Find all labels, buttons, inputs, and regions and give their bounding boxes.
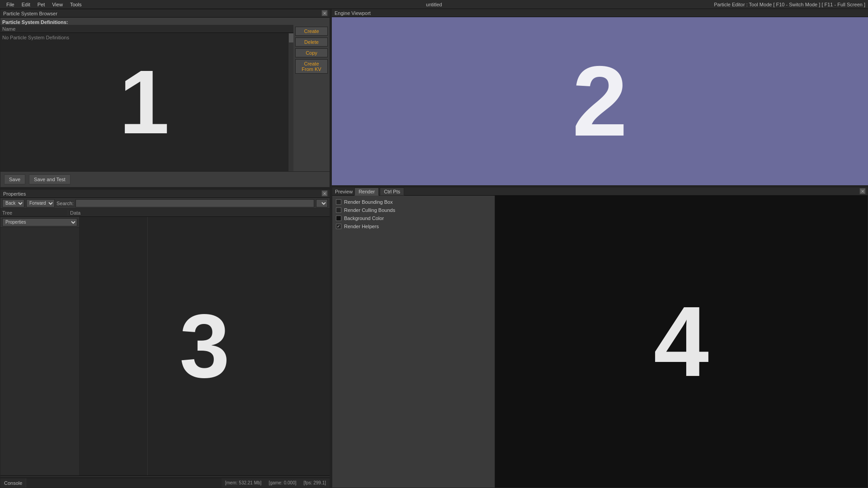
- properties-panel: Properties ✕ Back Forward Search: Tree D…: [0, 189, 330, 488]
- properties-left-dropdown: Properties: [0, 217, 79, 228]
- psb-close-button[interactable]: ✕: [321, 10, 328, 16]
- render-bounding-box-checkbox[interactable]: [336, 199, 341, 205]
- psb-content-area: Name No Particle System Definitions 1: [0, 25, 330, 171]
- engine-viewport-panel: Engine Viewport 2: [332, 9, 868, 185]
- render-bounding-box-label: Render Bounding Box: [344, 199, 393, 205]
- properties-tree-data-area[interactable]: 3: [80, 217, 330, 475]
- psb-scrollbar-thumb[interactable]: [289, 33, 293, 42]
- properties-close-button[interactable]: ✕: [321, 190, 328, 197]
- properties-title-bar: Properties ✕: [0, 190, 330, 198]
- preview-tabs: Render Ctrl Pts: [354, 188, 404, 196]
- properties-title: Properties: [3, 191, 26, 197]
- left-column: Particle System Browser ✕ Particle Syste…: [0, 9, 330, 488]
- app-info: Particle Editor : Tool Mode [ F10 - Swit…: [714, 2, 865, 7]
- render-bg-color-label: Background Color: [344, 216, 384, 221]
- psb-create-button[interactable]: Create: [295, 27, 328, 36]
- psb-footer: Save Save and Test: [0, 171, 330, 187]
- psb-title-bar: Particle System Browser ✕: [0, 9, 330, 18]
- preview-title: Preview: [335, 189, 353, 194]
- properties-col-headers: Tree Data: [0, 209, 330, 217]
- properties-left-sidebar: Properties: [0, 217, 80, 475]
- psb-delete-button[interactable]: Delete: [295, 38, 328, 47]
- psb-scrollbar[interactable]: [288, 33, 293, 171]
- psb-title: Particle System Browser: [3, 11, 57, 16]
- preview-region-number: 4: [654, 292, 709, 391]
- engine-viewport-title: Engine Viewport: [335, 10, 371, 16]
- app-title: untitled: [426, 2, 442, 7]
- psb-empty-text: No Particle System Definitions: [0, 33, 288, 42]
- render-option-bg-color: Background Color: [336, 216, 491, 221]
- console-input[interactable]: [26, 478, 221, 488]
- properties-forward-select[interactable]: Forward: [26, 199, 55, 207]
- console-status-mem: [mem: 532.21 Mb]: [222, 480, 265, 485]
- console-label: Console: [0, 478, 26, 488]
- preview-tab-ctrl-pts[interactable]: Ctrl Pts: [380, 188, 404, 196]
- psb-region-number: 1: [119, 57, 169, 147]
- properties-search-input[interactable]: [75, 199, 314, 207]
- psb-list[interactable]: No Particle System Definitions 1: [0, 33, 288, 171]
- preview-close-button[interactable]: ✕: [859, 188, 866, 194]
- particle-system-browser-panel: Particle System Browser ✕ Particle Syste…: [0, 9, 330, 188]
- render-option-culling-bounds: Render Culling Bounds: [336, 207, 491, 213]
- render-culling-bounds-checkbox[interactable]: [336, 207, 341, 213]
- psb-save-button[interactable]: Save: [4, 174, 25, 184]
- psb-list-area: Name No Particle System Definitions 1: [0, 25, 293, 171]
- render-option-bounding-box: Render Bounding Box: [336, 199, 491, 205]
- menu-file[interactable]: File: [3, 0, 18, 9]
- preview-render-settings: Render Bounding Box Render Culling Bound…: [332, 196, 495, 488]
- menu-edit[interactable]: Edit: [18, 0, 34, 9]
- properties-back-select[interactable]: Back: [2, 199, 24, 207]
- render-culling-bounds-label: Render Culling Bounds: [344, 207, 395, 213]
- properties-type-select[interactable]: Properties: [2, 218, 77, 226]
- engine-viewport-title-bar: Engine Viewport: [332, 9, 868, 17]
- render-helpers-checkbox[interactable]: ✓: [336, 224, 341, 229]
- properties-dropdown-right[interactable]: [316, 199, 328, 207]
- preview-content: Render Bounding Box Render Culling Bound…: [332, 196, 868, 488]
- engine-viewport-number: 2: [572, 52, 627, 151]
- properties-region-number: 3: [179, 301, 230, 391]
- menu-bar: File Edit Pet View Tools untitled Partic…: [0, 0, 868, 9]
- render-helpers-label: Render Helpers: [344, 224, 379, 229]
- psb-create-from-kv-button[interactable]: Create From KV: [295, 59, 328, 74]
- search-label: Search:: [57, 201, 74, 206]
- console-status-fps: [fps: 299.1]: [300, 480, 330, 485]
- properties-content: Properties 3: [0, 217, 330, 475]
- psb-buttons-panel: Create Delete Copy Create From KV: [293, 25, 330, 171]
- console-panel: Console [mem: 532.21 Mb] [game: 0.000] […: [0, 478, 330, 488]
- psb-copy-button[interactable]: Copy: [295, 48, 328, 57]
- tree-col-header: Tree: [0, 210, 68, 216]
- right-column: Engine Viewport 2 Preview Render Ctrl Pt…: [332, 9, 868, 488]
- psb-save-and-test-button[interactable]: Save and Test: [29, 174, 71, 184]
- console-status-game: [game: 0.000]: [265, 480, 300, 485]
- psb-name-col: Name: [2, 26, 15, 32]
- main-layout: Particle System Browser ✕ Particle Syste…: [0, 9, 868, 488]
- menu-tools[interactable]: Tools: [66, 0, 85, 9]
- tree-data-divider: [147, 217, 148, 475]
- properties-toolbar: Back Forward Search:: [0, 198, 330, 209]
- psb-list-header: Name: [0, 25, 293, 33]
- render-option-helpers: ✓ Render Helpers: [336, 224, 491, 229]
- preview-tab-render[interactable]: Render: [354, 188, 379, 196]
- data-col-header: Data: [68, 210, 330, 216]
- engine-viewport-content[interactable]: 2: [332, 17, 868, 185]
- preview-panel: Preview Render Ctrl Pts ✕ Render Boundin…: [332, 187, 868, 488]
- render-bg-color-checkbox[interactable]: [336, 216, 341, 221]
- preview-viewport[interactable]: 4: [495, 196, 868, 488]
- preview-title-bar: Preview Render Ctrl Pts ✕: [332, 188, 868, 196]
- menu-view[interactable]: View: [48, 0, 66, 9]
- menu-pet[interactable]: Pet: [34, 0, 49, 9]
